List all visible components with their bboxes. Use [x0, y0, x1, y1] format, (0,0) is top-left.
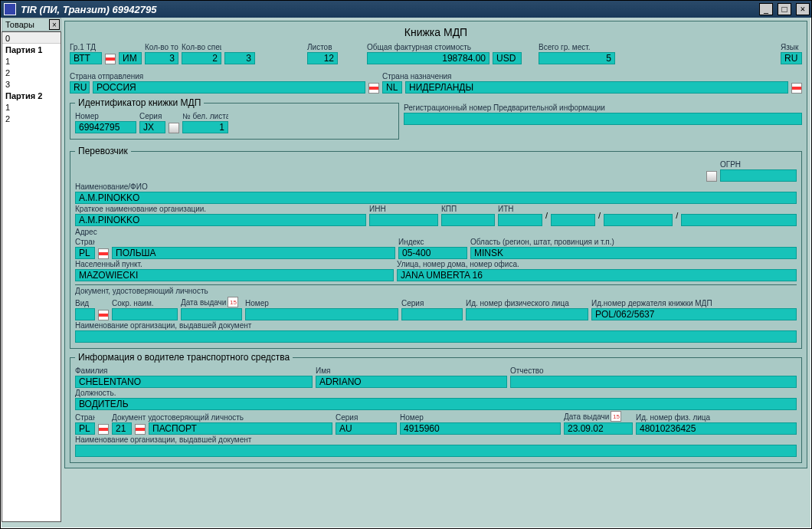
picker-icon[interactable] — [169, 123, 179, 133]
carrier-index-value[interactable]: 05-400 — [398, 247, 467, 259]
carrier-name-value[interactable]: A.M.PINOKKO — [75, 192, 797, 204]
slash: / — [545, 211, 548, 220]
flag-icon[interactable] — [105, 54, 116, 64]
dep-country-name[interactable]: РОССИЯ — [93, 81, 365, 94]
inn-value[interactable] — [369, 214, 438, 226]
dest-country-name[interactable]: НИДЕРЛАНДЫ — [405, 81, 788, 94]
maximize-button[interactable]: □ — [778, 3, 791, 15]
sidebar-item[interactable]: 0 — [2, 32, 61, 44]
mdp-number-value[interactable]: 69942795 — [75, 121, 136, 133]
sidebar-item[interactable]: 1 — [2, 55, 61, 67]
driver-issuer-value[interactable] — [75, 445, 797, 457]
sidebar-item[interactable]: Партия 1 — [2, 44, 61, 55]
dep-country-code[interactable]: RU — [70, 81, 90, 94]
driver-country-value[interactable]: PL — [75, 422, 95, 435]
carrier-short-value[interactable]: A.M.PINOKKO — [75, 214, 366, 226]
driver-surname-value[interactable]: CHELENTANO — [75, 376, 313, 388]
invoice-currency[interactable]: USD — [493, 52, 522, 64]
close-button[interactable]: × — [796, 3, 810, 15]
main-area: Книжка МДП Гр.1 ТД ВТТ ИМ — [61, 18, 810, 527]
sidebar-item[interactable]: 2 — [2, 113, 61, 124]
idkind-label: Вид — [75, 299, 95, 307]
driver-patronym-value[interactable] — [510, 376, 797, 388]
client-area: Товары × 0 Партия 1 1 2 3 Партия 2 1 2 К… — [2, 18, 810, 527]
sidebar-close-button[interactable]: × — [49, 19, 60, 30]
idphys-label: Ид. номер физического лица — [466, 299, 588, 307]
minimize-button[interactable]: _ — [759, 3, 773, 15]
idkind-value[interactable] — [75, 308, 95, 320]
calendar-icon[interactable]: 15 — [611, 411, 621, 422]
flag-icon[interactable] — [98, 248, 109, 259]
carrier-town-value[interactable]: MAZOWIECKI — [75, 269, 394, 281]
carrier-country-name[interactable]: ПОЛЬША — [112, 247, 395, 259]
dest-country-code[interactable]: NL — [382, 81, 402, 94]
carrier-region-label: Область (регион, штат, провинция и т.п.) — [470, 238, 797, 246]
idabbr-value[interactable] — [112, 308, 178, 320]
flag-icon[interactable] — [98, 424, 109, 435]
reg-no-value[interactable] — [404, 113, 802, 125]
calendar-icon[interactable]: 15 — [228, 297, 238, 307]
ogrn-label: ОГРН — [720, 160, 797, 169]
driver-number-value[interactable]: 4915960 — [400, 422, 561, 435]
spec-count-v2[interactable]: 3 — [224, 52, 255, 64]
driver-phys-value[interactable]: 48010236425 — [636, 422, 797, 435]
flag-icon[interactable] — [791, 83, 802, 94]
sidebar-header: Товары × — [2, 18, 61, 31]
driver-series-label: Серия — [336, 413, 397, 422]
driver-surname-label: Фамилия — [75, 366, 313, 375]
iddate-value[interactable] — [181, 308, 242, 320]
gross-places-value[interactable]: 5 — [539, 52, 615, 64]
goods-count-value[interactable]: 3 — [145, 52, 178, 64]
picker-icon[interactable] — [706, 171, 717, 182]
goods-count-label: Кол-во товаров — [145, 43, 178, 51]
carrier-region-value[interactable]: MINSK — [470, 247, 797, 259]
sidebar-item[interactable]: 3 — [2, 78, 61, 90]
itn-v4[interactable] — [681, 214, 797, 226]
regime-value[interactable]: ИМ — [119, 52, 142, 64]
driver-series-value[interactable]: AU — [336, 422, 397, 435]
driver-doc-code[interactable]: 21 — [112, 422, 132, 435]
slash: / — [676, 211, 678, 220]
app-icon — [4, 3, 16, 15]
itn-v2[interactable] — [551, 214, 595, 226]
driver-position-value[interactable]: ВОДИТЕЛЬ — [75, 398, 797, 410]
idser-value[interactable] — [401, 308, 463, 320]
ogrn-value[interactable] — [720, 169, 797, 182]
carrier-country-code[interactable]: PL — [75, 247, 95, 259]
kpp-value[interactable] — [441, 214, 495, 226]
sidebar-item[interactable]: 2 — [2, 67, 61, 78]
driver-name-value[interactable]: ADRIANO — [316, 376, 507, 388]
lang-value[interactable]: RU — [781, 52, 802, 64]
idser-label: Серия — [401, 299, 463, 307]
sheets-label: Листов — [307, 43, 338, 51]
sidebar-item[interactable]: 1 — [2, 101, 61, 113]
driver-country-label: Страна — [75, 413, 95, 422]
driver-phys-label: Ид. номер физ. лица — [636, 413, 797, 422]
spec-count-label: Кол-во спецификаций и товаров — [182, 43, 221, 51]
issuer-value[interactable] — [75, 330, 797, 343]
idphys-value[interactable] — [466, 308, 588, 320]
idnum-value[interactable] — [245, 308, 398, 320]
invoice-cost-value[interactable]: 198784.00 — [367, 52, 489, 64]
mdp-white-value[interactable]: 1 — [182, 121, 228, 133]
flag-icon[interactable] — [135, 424, 146, 435]
sheets-value[interactable]: 12 — [307, 52, 338, 64]
itn-v3[interactable] — [604, 214, 673, 226]
carrier-short-label: Краткое наименование организации. — [75, 205, 366, 213]
idnum-label: Номер — [245, 299, 398, 307]
header-row: Гр.1 ТД ВТТ ИМ Кол-во товаров 3 — [70, 43, 802, 64]
titlebar[interactable]: TIR (ПИ, Транзит) 69942795 _ □ × — [1, 1, 811, 18]
driver-date-value[interactable]: 23.09.02 — [564, 422, 633, 435]
itn-v1[interactable] — [498, 214, 542, 226]
carrier-street-label: Улица, номер дома, номер офиса. — [397, 260, 797, 268]
driver-doc-name[interactable]: ПАСПОРТ — [149, 422, 332, 435]
mdp-series-value[interactable]: JX — [139, 121, 165, 133]
driver-date-label: Дата выдачи — [564, 412, 609, 421]
idmdp-value[interactable]: POL/062/5637 — [591, 308, 797, 320]
flag-icon[interactable] — [98, 310, 109, 320]
carrier-street-value[interactable]: JANA UMBERTA 16 — [397, 269, 797, 281]
sidebar-item[interactable]: Партия 2 — [2, 90, 61, 101]
flag-icon[interactable] — [368, 83, 379, 94]
spec-count-v1[interactable]: 2 — [182, 52, 221, 64]
gr1td-value[interactable]: ВТТ — [70, 52, 102, 64]
